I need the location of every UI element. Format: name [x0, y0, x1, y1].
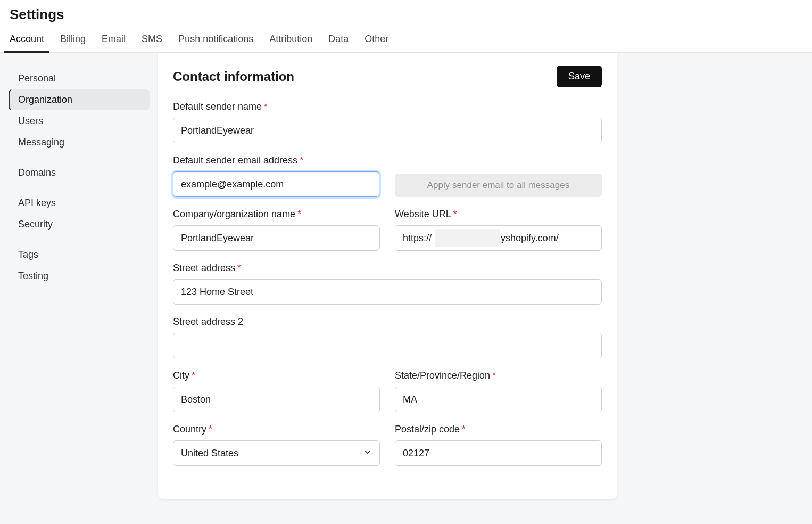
save-button[interactable]: Save: [557, 66, 602, 87]
sidebar-item-tags[interactable]: Tags: [9, 244, 150, 265]
tab-account[interactable]: Account: [10, 27, 44, 52]
sidebar-item-api-keys[interactable]: API keys: [9, 193, 150, 214]
sender-name-input[interactable]: [173, 118, 602, 143]
postal-input[interactable]: [395, 440, 602, 466]
apply-sender-email-button[interactable]: Apply sender email to all messages: [395, 174, 602, 197]
state-input[interactable]: [395, 387, 602, 412]
tab-other[interactable]: Other: [364, 27, 388, 52]
required-asterisk: *: [453, 209, 457, 219]
required-asterisk: *: [237, 263, 241, 273]
city-label: City*: [173, 370, 380, 381]
street-address-2-input[interactable]: [173, 333, 602, 358]
street-address-input[interactable]: [173, 279, 602, 305]
company-name-label: Company/organization name*: [173, 209, 380, 220]
postal-label: Postal/zip code*: [395, 424, 602, 435]
sender-name-label: Default sender name*: [173, 101, 602, 112]
tab-attribution[interactable]: Attribution: [269, 27, 312, 52]
street-address-label: Street address*: [173, 263, 602, 274]
sender-email-input[interactable]: [173, 171, 379, 197]
sender-email-label: Default sender email address*: [173, 155, 380, 166]
required-asterisk: *: [209, 424, 212, 435]
page-title: Settings: [0, 0, 812, 27]
sidebar-item-testing[interactable]: Testing: [9, 266, 150, 286]
state-label: State/Province/Region*: [395, 370, 602, 381]
sidebar-item-users[interactable]: Users: [9, 111, 150, 132]
tab-data[interactable]: Data: [328, 27, 349, 52]
tab-push-notifications[interactable]: Push notifications: [178, 27, 253, 52]
required-asterisk: *: [297, 209, 301, 219]
required-asterisk: *: [492, 370, 496, 381]
sidebar: Personal Organization Users Messaging Do…: [0, 53, 158, 524]
contact-info-panel: Contact information Save Default sender …: [158, 53, 617, 499]
tab-sms[interactable]: SMS: [142, 27, 162, 52]
sidebar-item-personal[interactable]: Personal: [9, 68, 150, 89]
tabs-bar: Account Billing Email SMS Push notificat…: [0, 27, 812, 53]
country-label: Country*: [173, 424, 380, 435]
required-asterisk: *: [462, 424, 466, 435]
company-name-input[interactable]: [173, 225, 380, 251]
sidebar-item-messaging[interactable]: Messaging: [9, 132, 150, 153]
sidebar-item-security[interactable]: Security: [9, 214, 150, 235]
country-select[interactable]: United States: [173, 440, 380, 466]
sidebar-item-domains[interactable]: Domains: [9, 162, 150, 183]
panel-title: Contact information: [173, 69, 294, 84]
tab-billing[interactable]: Billing: [60, 27, 86, 52]
website-url-input[interactable]: [395, 225, 602, 251]
required-asterisk: *: [300, 155, 303, 166]
required-asterisk: *: [264, 101, 268, 112]
city-input[interactable]: [173, 387, 380, 412]
website-url-label: Website URL*: [395, 209, 602, 220]
sidebar-item-organization[interactable]: Organization: [9, 89, 150, 110]
street-address-2-label: Street address 2: [173, 316, 602, 328]
tab-email[interactable]: Email: [102, 27, 126, 52]
required-asterisk: *: [192, 370, 195, 381]
